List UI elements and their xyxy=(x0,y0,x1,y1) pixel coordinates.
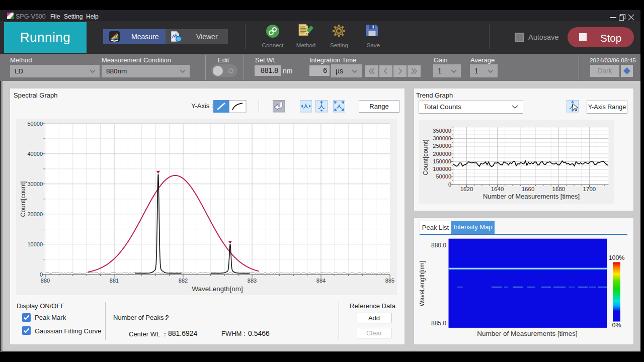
svg-text:0: 0 xyxy=(448,182,451,188)
svg-text:Count[count]: Count[count] xyxy=(422,140,429,175)
svg-text:150000: 150000 xyxy=(433,158,451,164)
svg-text:Number of Measurements [times]: Number of Measurements [times] xyxy=(483,193,580,200)
svg-text:WaveLength[nm]: WaveLength[nm] xyxy=(419,261,426,306)
svg-text:50000: 50000 xyxy=(27,121,43,127)
svg-text:30000: 30000 xyxy=(27,181,43,187)
svg-text:350000: 350000 xyxy=(433,128,451,134)
svg-text:WaveLength[nm]: WaveLength[nm] xyxy=(192,285,243,293)
svg-text:20000: 20000 xyxy=(27,211,43,217)
svg-text:300000: 300000 xyxy=(433,135,451,141)
svg-text:100%: 100% xyxy=(609,254,625,261)
svg-text:885: 885 xyxy=(385,278,394,284)
svg-text:40000: 40000 xyxy=(27,151,43,157)
svg-text:882: 882 xyxy=(179,278,188,284)
svg-text:880: 880 xyxy=(41,278,50,284)
svg-text:50000: 50000 xyxy=(436,173,451,179)
svg-text:883: 883 xyxy=(248,278,257,284)
svg-text:10000: 10000 xyxy=(27,241,43,247)
svg-text:Count[count]: Count[count] xyxy=(20,182,27,217)
svg-text:1700: 1700 xyxy=(583,186,596,192)
svg-text:1660: 1660 xyxy=(522,186,535,192)
svg-text:1680: 1680 xyxy=(552,186,566,192)
svg-text:880.0: 880.0 xyxy=(431,242,446,249)
svg-text:200000: 200000 xyxy=(433,151,451,157)
svg-text:0: 0 xyxy=(40,272,43,278)
svg-text:250000: 250000 xyxy=(433,143,451,149)
svg-text:Number of Measurements [times]: Number of Measurements [times] xyxy=(477,330,578,337)
svg-text:884: 884 xyxy=(316,278,326,284)
svg-text:100000: 100000 xyxy=(433,166,451,172)
svg-text:885.0: 885.0 xyxy=(431,320,446,327)
svg-text:1640: 1640 xyxy=(491,186,504,192)
svg-text:1620: 1620 xyxy=(460,186,473,192)
svg-text:0%: 0% xyxy=(612,322,621,329)
svg-text:881: 881 xyxy=(110,278,119,284)
